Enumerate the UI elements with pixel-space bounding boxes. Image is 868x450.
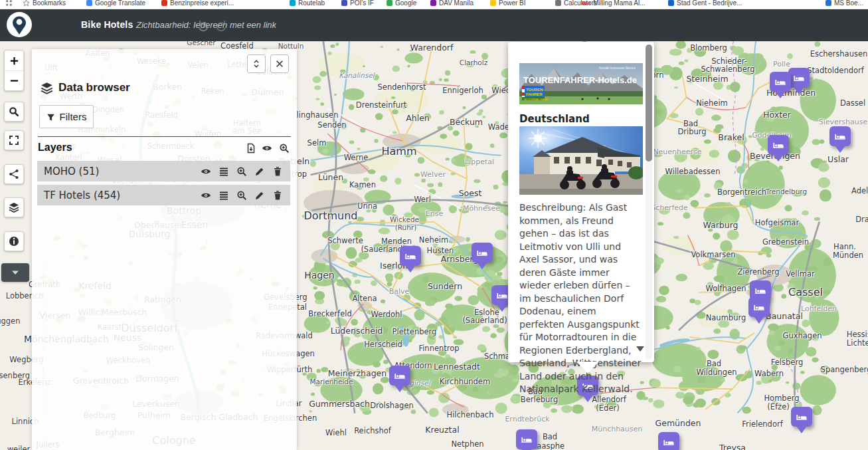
hotel-marker[interactable] [829,126,851,146]
bookmark-item[interactable]: MS Boe... [825,0,863,8]
data-browser-panel: Data browser Filters Layers MOHO (51)TF … [32,49,297,450]
undo-icon[interactable] [197,19,210,32]
hotel-photo[interactable] [519,126,643,195]
layers-heading: Layers [38,142,72,154]
info-button[interactable] [4,231,24,251]
bookmark-item[interactable]: Google [387,0,416,8]
svg-text:MOTORRAD-HAUS: MOTORRAD-HAUS [524,98,548,101]
bookmark-item[interactable]: Bookmarks [23,0,66,8]
redo-icon[interactable] [215,19,228,32]
hotel-marker[interactable] [389,366,410,386]
funnel-icon [46,112,55,121]
delete-layer-icon[interactable] [272,166,283,177]
fullscreen-button[interactable] [4,130,24,150]
table-view-icon[interactable] [218,166,229,177]
banner-image[interactable]: TOURENFAHRER-Hotels.de Kontakt Impressum… [519,63,643,104]
bookmark-item[interactable]: Stad Gent - Bedrijve... [668,0,742,8]
bookmark-label: Power BI [499,0,526,7]
hotel-marker[interactable] [788,68,810,88]
bookmark-item[interactable] [5,0,13,8]
bookmark-label: Bookmarks [33,0,66,7]
svg-text:TOUREN-: TOUREN- [526,88,544,92]
browser-bookmarks-bar: BookmarksGoogle TranslateBenzinpreise ex… [0,0,868,9]
hotel-marker[interactable] [400,246,421,266]
panel-divider [38,136,291,137]
panel-title-text: Data browser [58,81,130,94]
favicon [825,0,831,6]
bookmark-label: Google Translate [95,0,145,7]
bookmark-item[interactable]: Power BI [490,0,526,8]
app-screen: BookmarksGoogle TranslateBenzinpreise ex… [0,0,868,450]
bookmark-item[interactable]: Google Translate [86,0,145,8]
filters-button[interactable]: Filters [39,105,94,128]
collapse-toolbar-button[interactable] [1,263,29,282]
grid-icon [5,0,13,7]
hotel-marker[interactable] [516,429,537,449]
edit-layer-icon[interactable] [254,190,265,201]
layer-row[interactable]: TF Hotels (454) [37,185,290,205]
toggle-visibility-icon[interactable] [201,190,211,201]
bookmark-label: Google [395,0,416,7]
popup-scrollbar-thumb[interactable] [646,45,652,162]
favicon [86,0,92,6]
share-button[interactable] [4,164,24,184]
hotel-marker[interactable] [768,135,789,155]
scroll-down-indicator[interactable] [636,346,644,356]
layer-row[interactable]: MOHO (51) [37,161,290,181]
popup-tail [576,362,599,374]
zoom-controls [4,50,24,91]
panel-close-button[interactable] [270,55,289,73]
banner-title-text: TOURENFAHRER-Hotels.de [523,75,637,85]
bookmark-item[interactable]: BoxMilling Mama Al... [582,0,646,8]
umap-logo-icon[interactable] [7,12,32,37]
favicon [290,0,296,6]
bookmark-item[interactable]: POI's IF [341,0,374,8]
layers-button[interactable] [4,197,24,217]
bookmark-label: DAV Manila [439,0,474,7]
box-favicon: Box [582,1,590,5]
bookmark-label: POI's IF [350,0,374,7]
toggle-visibility-icon[interactable] [201,166,211,177]
star-icon [23,0,30,7]
panel-resize-button[interactable] [247,55,266,73]
banner-small-text: Kontakt Impressum Service [599,66,636,70]
bookmark-label: Benzinpreise experi... [170,0,234,7]
map-title[interactable]: Bike Hotels [81,9,133,41]
zoom-all-layers-icon[interactable] [279,143,290,154]
layer-name: TF Hotels (454) [44,189,201,201]
bookmark-item[interactable]: DAV Manila [430,0,474,8]
zoom-to-layer-icon[interactable] [236,166,247,177]
bookmark-label: Milling Mama Al... [593,0,645,7]
feature-popup: TOURENFAHRER-Hotels.de Kontakt Impressum… [508,42,654,362]
app-header: Bike Hotels Zichtbaarheid: Iedereen met … [0,9,868,41]
country-heading: Deutschland [519,113,590,125]
show-all-layers-icon[interactable] [262,143,272,154]
bookmark-label: Routelab [298,0,325,7]
bookmark-item[interactable]: Routelab [290,0,325,8]
import-data-icon[interactable] [246,143,256,154]
search-button[interactable] [4,102,24,122]
panel-title: Data browser [41,81,130,94]
zoom-to-layer-icon[interactable] [236,190,247,201]
favicon [430,0,436,6]
hotel-marker[interactable] [791,407,812,427]
favicon [341,0,347,6]
layer-name: MOHO (51) [44,166,201,177]
hotel-marker[interactable] [770,72,791,92]
zoom-out-button[interactable] [5,70,23,90]
zoom-in-button[interactable] [5,51,23,71]
filters-label: Filters [60,111,87,122]
delete-layer-icon[interactable] [272,190,283,201]
svg-text:FAHRER: FAHRER [526,92,543,96]
favicon [555,0,561,6]
hotel-marker[interactable] [472,243,493,263]
hotel-marker[interactable] [658,432,679,450]
favicon [668,0,674,6]
layers-icon [41,82,53,94]
table-view-icon[interactable] [218,190,229,201]
hotel-marker[interactable] [748,297,770,317]
bookmark-label: MS Boe... [834,0,863,7]
edit-layer-icon[interactable] [254,166,265,177]
bookmark-label: Stad Gent - Bedrijve... [677,0,742,7]
bookmark-item[interactable]: Benzinpreise experi... [161,0,234,8]
